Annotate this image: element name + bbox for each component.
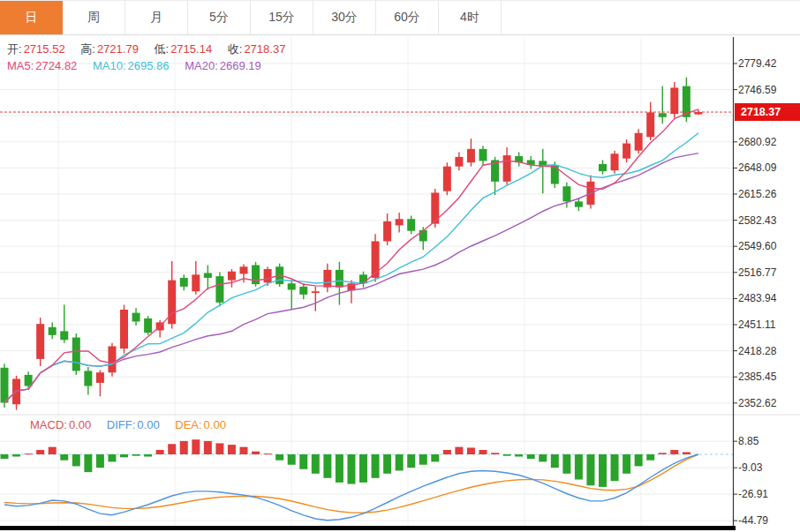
dea-value: 0.00: [204, 418, 226, 431]
price-axis-label: 2680.92: [738, 135, 798, 149]
price-axis-label: 2615.26: [738, 187, 798, 201]
low-label: 低:: [155, 42, 170, 56]
macd-axis-label: -9.03: [738, 461, 798, 475]
price-axis-label: 2352.62: [738, 396, 798, 410]
price-axis-label: 2582.43: [738, 214, 798, 228]
open-label: 开:: [7, 42, 22, 56]
last-price-tag: 2718.37: [735, 103, 800, 121]
dea-label: DEA:: [175, 418, 201, 431]
high-value: 2721.79: [97, 42, 139, 56]
price-axis-label: 2648.09: [738, 161, 798, 175]
price-axis-label: 2483.94: [738, 291, 798, 305]
bottom-border-bar: [0, 526, 736, 530]
macd-readout: MACD:0.00 DIFF:0.00 DEA:0.00: [30, 418, 228, 431]
ma5-value: 2724.82: [35, 59, 77, 72]
open-value: 2715.52: [24, 42, 65, 56]
price-axis-label: 2418.28: [738, 344, 798, 358]
price-axis-label: 2516.77: [738, 266, 798, 280]
ma20-value: 2669.19: [220, 59, 261, 72]
macd-label: MACD:: [30, 418, 67, 431]
ohlc-readout: 开:2715.52 高:2721.79 低:2715.14 收:2718.37: [7, 41, 287, 57]
diff-label: DIFF:: [107, 418, 136, 431]
ma-readout: MA5:2724.82 MA10:2695.86 MA20:2669.19: [7, 59, 263, 72]
price-axis-label: 2385.45: [738, 370, 798, 384]
macd-axis-label: 8.85: [738, 434, 798, 448]
ma5-label: MA5:: [7, 59, 34, 72]
price-axis-label: 2746.59: [738, 83, 798, 97]
kline-chart-window: 日周月5分15分30分60分4时 开:2715.52 高:2721.79 低:2…: [0, 0, 800, 532]
price-axis-label: 2451.11: [738, 318, 798, 332]
macd-axis-label: -44.79: [738, 513, 798, 528]
ma20-label: MA20:: [185, 59, 218, 72]
macd-axis-label: -26.91: [738, 487, 798, 501]
ma10-value: 2695.86: [128, 59, 170, 72]
price-axis-label: 2549.60: [738, 239, 798, 253]
price-axis-label: 2779.42: [738, 56, 798, 71]
diff-value: 0.00: [137, 418, 159, 431]
macd-value: 0.00: [69, 418, 91, 431]
chart-area[interactable]: [0, 36, 733, 526]
low-value: 2715.14: [170, 42, 212, 56]
close-label: 收:: [228, 42, 243, 56]
close-value: 2718.37: [244, 42, 285, 56]
high-label: 高:: [80, 42, 95, 56]
ma10-label: MA10:: [93, 59, 126, 72]
